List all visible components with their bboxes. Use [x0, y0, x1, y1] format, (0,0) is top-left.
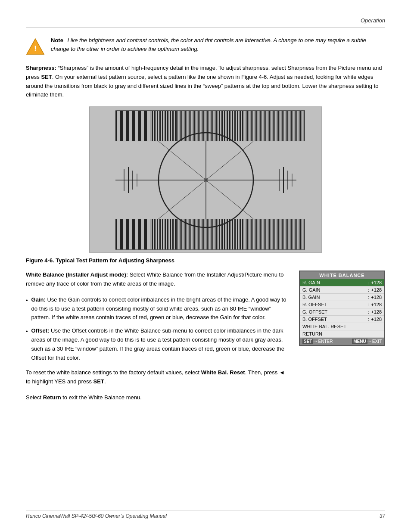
svg-rect-16	[115, 110, 150, 141]
wb-row-reset: WHITE BAL. RESET	[300, 323, 384, 330]
wb-bold-label: White Balance (Installer Adjust mode):	[26, 271, 128, 278]
section-label: Operation	[361, 17, 385, 24]
wb-description: White Balance (Installer Adjust mode): S…	[26, 271, 290, 409]
offset-text: Use the Offset controls in the White Bal…	[31, 327, 285, 361]
wb-row-reset-label: WHITE BAL. RESET	[302, 324, 346, 329]
return-text-1: Select	[26, 394, 43, 401]
sharpness-section: Sharpness: “Sharpness” is the amount of …	[26, 64, 385, 100]
svg-text:!: !	[34, 44, 37, 53]
return-text: Select Return to exit the White Balance …	[26, 393, 290, 402]
reset-set: SET	[93, 378, 104, 385]
svg-rect-21	[115, 110, 305, 111]
white-balance-section: White Balance (Installer Adjust mode): S…	[26, 271, 385, 409]
gain-text: Use the Gain controls to correct color i…	[31, 296, 286, 321]
svg-rect-19	[219, 110, 245, 141]
note-content: Note Like the brightness and contrast co…	[51, 36, 385, 53]
reset-text: To reset the white balance settings to t…	[26, 368, 290, 386]
wb-row-g-gain-label: G. GAIN	[302, 287, 321, 292]
svg-rect-26	[219, 219, 245, 250]
svg-rect-20	[245, 110, 305, 141]
sharpness-bold-label: Sharpness:	[26, 65, 56, 71]
bullet-gain: • Gain: Use the Gain controls to correct…	[26, 296, 290, 322]
svg-rect-24	[150, 219, 176, 250]
svg-rect-25	[176, 219, 219, 250]
wb-menu-title: WHITE BALANCE	[300, 271, 384, 279]
figure-caption: Figure 4-6. Typical Test Pattern for Adj…	[26, 257, 385, 264]
bullet-section: • Gain: Use the Gain controls to correct…	[26, 296, 290, 363]
header-divider	[26, 27, 385, 28]
return-bold: Return	[43, 394, 61, 401]
bullet-offset: • Offset: Use the Offset controls in the…	[26, 327, 290, 362]
wb-footer-enter: SET··· ENTER	[302, 339, 333, 344]
wb-row-g-offset-label: G. OFFSET	[302, 309, 327, 314]
wb-row-r-gain-label: R. GAIN	[302, 280, 320, 285]
wb-row-b-offset: B. OFFSET : +128	[300, 316, 384, 323]
svg-rect-22	[115, 141, 305, 141]
footer-left: Runco CinemaWall SP-42/-50/-60 Owner’s O…	[26, 513, 167, 519]
note-box: ! Note Like the brightness and contrast …	[26, 36, 385, 56]
wb-footer-exit: MENU··· EXIT	[352, 339, 382, 344]
note-text: Like the brightness and contrast control…	[51, 37, 366, 52]
return-text-2: to exit the White Balance menu.	[61, 394, 142, 401]
reset-bold: White Bal. Reset	[201, 369, 245, 376]
sharpness-set: SET	[41, 74, 52, 80]
svg-rect-17	[150, 110, 176, 141]
wb-row-return-label: RETURN	[302, 331, 322, 336]
wb-intro: White Balance (Installer Adjust mode): S…	[26, 271, 290, 289]
wb-row-r-offset: R. OFFSET : +128	[300, 301, 384, 308]
white-balance-menu: WHITE BALANCE R. GAIN : +128 G. GAIN : +…	[299, 271, 385, 346]
page: Operation ! Note Like the brightness and…	[0, 0, 411, 532]
reset-end: .	[104, 378, 106, 385]
svg-rect-23	[115, 219, 150, 250]
wb-row-r-offset-label: R. OFFSET	[302, 302, 327, 307]
sharpness-body: . On your external test pattern source, …	[26, 74, 379, 98]
bullet-offset-text: Offset: Use the Offset controls in the W…	[31, 327, 290, 362]
wb-row-g-offset: G. OFFSET : +128	[300, 308, 384, 316]
footer-page-number: 37	[380, 513, 385, 519]
page-footer: Runco CinemaWall SP-42/-50/-60 Owner’s O…	[26, 510, 385, 519]
wb-row-r-offset-value: : +128	[368, 302, 382, 307]
note-label: Note	[51, 37, 63, 44]
gain-bold: Gain:	[31, 296, 46, 303]
wb-row-b-gain-value: : +128	[368, 295, 382, 300]
bullet-dot-1: •	[26, 296, 28, 322]
wb-row-g-offset-value: : +128	[368, 309, 382, 314]
svg-rect-29	[115, 249, 305, 250]
note-icon: !	[26, 37, 45, 56]
wb-row-b-gain: B. GAIN : +128	[300, 294, 384, 301]
wb-row-g-gain-value: : +128	[368, 287, 382, 292]
figure-caption-text: Figure 4-6. Typical Test Pattern for Adj…	[26, 257, 174, 264]
bullet-gain-text: Gain: Use the Gain controls to correct c…	[31, 296, 290, 322]
test-pattern-image: /* stripes rendered below */	[89, 106, 322, 253]
wb-row-b-gain-label: B. GAIN	[302, 295, 320, 300]
svg-rect-28	[115, 219, 305, 219]
wb-row-r-gain-value: : +128	[368, 280, 382, 285]
wb-row-b-offset-value: : +128	[368, 317, 382, 322]
wb-row-return: RETURN	[300, 330, 384, 338]
wb-menu-footer: SET··· ENTER MENU··· EXIT	[300, 338, 384, 345]
test-pattern-svg: /* stripes rendered below */	[90, 107, 322, 253]
offset-bold: Offset:	[31, 327, 50, 334]
wb-row-r-gain: R. GAIN : +128	[300, 279, 384, 286]
wb-row-b-offset-label: B. OFFSET	[302, 317, 327, 322]
wb-row-g-gain: G. GAIN : +128	[300, 286, 384, 294]
page-header: Operation	[26, 17, 385, 24]
bullet-dot-2: •	[26, 327, 28, 362]
svg-rect-27	[245, 219, 305, 250]
reset-text-1: To reset the white balance settings to t…	[26, 369, 201, 376]
svg-rect-18	[176, 110, 219, 141]
